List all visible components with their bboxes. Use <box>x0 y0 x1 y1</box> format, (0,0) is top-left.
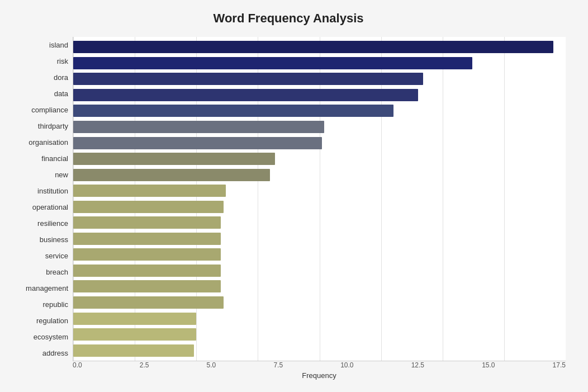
y-axis: islandriskdoradatacompliancethirdpartyor… <box>11 37 73 361</box>
y-label: dora <box>54 74 68 81</box>
bar-row <box>73 342 566 358</box>
bar <box>73 57 472 69</box>
bar <box>73 280 221 292</box>
bar <box>73 201 224 213</box>
x-tick: 17.5 <box>553 361 566 369</box>
bar-row <box>73 278 566 295</box>
y-label: service <box>45 252 68 259</box>
bar-row <box>73 263 566 279</box>
bar <box>73 41 553 53</box>
y-label: institution <box>37 187 68 195</box>
x-tick: 15.0 <box>482 361 495 369</box>
bar <box>73 121 324 133</box>
bar-row <box>73 135 566 151</box>
bar <box>73 89 418 101</box>
bar-row <box>73 119 566 135</box>
x-axis: 0.02.55.07.510.012.515.017.5 Frequency <box>73 361 566 384</box>
bar-row <box>73 199 566 215</box>
bar-row <box>73 231 566 247</box>
y-label: address <box>42 350 68 357</box>
y-label: resilience <box>37 220 68 227</box>
y-label: thirdparty <box>38 122 68 130</box>
bar-row <box>73 103 566 119</box>
bar-row <box>73 247 566 263</box>
bar <box>73 153 275 165</box>
x-tick: 5.0 <box>207 361 216 369</box>
x-tick: 0.0 <box>73 361 82 369</box>
chart-area: islandriskdoradatacompliancethirdpartyor… <box>11 37 566 361</box>
y-label: new <box>55 171 68 178</box>
bar <box>73 265 221 277</box>
bar <box>73 296 224 309</box>
bar <box>73 248 221 261</box>
bar <box>73 137 322 149</box>
y-label: republic <box>42 301 68 308</box>
y-label: ecosystem <box>34 333 68 341</box>
y-label: management <box>26 285 68 292</box>
x-axis-label: Frequency <box>73 371 566 380</box>
x-ticks: 0.02.55.07.510.012.515.017.5 <box>73 361 566 369</box>
bar-row <box>73 295 566 311</box>
y-label: island <box>49 41 68 49</box>
y-label: risk <box>57 58 68 65</box>
y-label: compliance <box>31 106 68 114</box>
y-label: organisation <box>29 139 68 146</box>
bar-row <box>73 151 566 167</box>
chart-container: Word Frequency Analysis islandriskdorada… <box>0 0 588 392</box>
chart-title: Word Frequency Analysis <box>11 11 566 26</box>
y-label: business <box>40 236 68 243</box>
bar-row <box>73 215 566 231</box>
bar <box>73 185 226 197</box>
bars-wrapper <box>73 37 566 361</box>
bar-row <box>73 183 566 199</box>
bar <box>73 328 196 341</box>
bars-and-grid <box>73 37 566 361</box>
bar <box>73 105 393 117</box>
x-tick: 10.0 <box>340 361 353 369</box>
y-label: regulation <box>36 317 68 324</box>
bar <box>73 233 221 245</box>
y-label: data <box>54 90 68 97</box>
bar <box>73 344 194 357</box>
y-label: financial <box>41 155 68 162</box>
bar <box>73 73 423 85</box>
x-tick: 2.5 <box>140 361 149 369</box>
y-label: operational <box>32 204 68 211</box>
bar-row <box>73 87 566 103</box>
x-tick: 12.5 <box>411 361 424 369</box>
bar <box>73 313 196 325</box>
bar-row <box>73 167 566 183</box>
bar <box>73 169 270 181</box>
bar-row <box>73 55 566 72</box>
bar-row <box>73 39 566 55</box>
x-tick: 7.5 <box>273 361 283 369</box>
bar-row <box>73 327 566 343</box>
bar-row <box>73 71 566 87</box>
bar <box>73 216 221 229</box>
y-label: breach <box>46 268 68 276</box>
bar-row <box>73 310 566 327</box>
